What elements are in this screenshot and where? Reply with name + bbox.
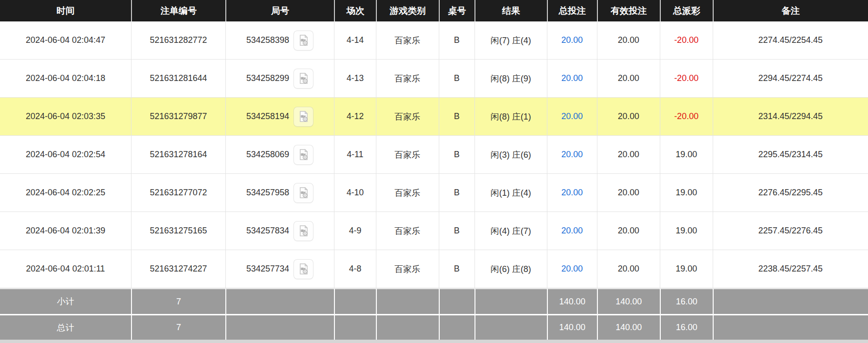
cell-payout: -20.00 (660, 60, 713, 98)
cell-table-no: B (439, 60, 474, 98)
grand-total-count: 7 (131, 314, 225, 340)
cell-session: 4-10 (334, 174, 376, 212)
cell-total-bet[interactable]: 20.00 (547, 60, 597, 98)
cell-result: 闲(7) 庄(4) (474, 21, 547, 60)
table-row[interactable]: 2024-06-04 02:01:39 521631275165 5342578… (0, 212, 868, 250)
video-file-icon (297, 72, 310, 85)
cell-remark: 2257.45/2276.45 (713, 212, 868, 250)
cell-result: 闲(1) 庄(4) (474, 174, 547, 212)
cell-time: 2024-06-04 02:02:54 (0, 136, 131, 174)
grand-total-result-empty (474, 314, 547, 340)
cell-round-no: 534258398 (225, 21, 334, 60)
cell-result: 闲(8) 庄(9) (474, 60, 547, 98)
video-file-icon (297, 34, 310, 47)
cell-total-bet[interactable]: 20.00 (547, 250, 597, 288)
video-replay-button[interactable] (293, 183, 313, 203)
cell-game-type: 百家乐 (376, 21, 439, 60)
col-header-time: 时间 (0, 0, 131, 21)
video-replay-button[interactable] (293, 30, 313, 50)
cell-remark: 2238.45/2257.45 (713, 250, 868, 288)
round-number: 534257734 (246, 264, 289, 274)
cell-session: 4-11 (334, 136, 376, 174)
cell-round-no: 534258194 (225, 98, 334, 136)
table-header-row: 时间 注单编号 局号 场次 游戏类别 桌号 结果 总投注 有效投注 总派彩 备注 (0, 0, 868, 21)
cell-result: 闲(4) 庄(7) (474, 212, 547, 250)
cell-game-type: 百家乐 (376, 250, 439, 288)
video-replay-button[interactable] (293, 221, 313, 241)
subtotal-round-empty (225, 288, 334, 314)
cell-time: 2024-06-04 02:01:11 (0, 250, 131, 288)
cell-table-no: B (439, 174, 474, 212)
cell-session: 4-8 (334, 250, 376, 288)
table-row[interactable]: 2024-06-04 02:03:35 521631279877 5342581… (0, 98, 868, 136)
table-row[interactable]: 2024-06-04 02:02:25 521631277072 5342579… (0, 174, 868, 212)
round-number: 534258299 (246, 73, 289, 83)
col-header-session: 场次 (334, 0, 376, 21)
table-row[interactable]: 2024-06-04 02:04:18 521631281644 5342582… (0, 60, 868, 98)
cell-game-type: 百家乐 (376, 136, 439, 174)
bet-records-table: 时间 注单编号 局号 场次 游戏类别 桌号 结果 总投注 有效投注 总派彩 备注… (0, 0, 868, 340)
grand-total-session-empty (334, 314, 376, 340)
cell-order-no: 521631282772 (131, 21, 225, 60)
table-footer: 小计 7 140.00 140.00 16.00 总计 7 140.00 140… (0, 288, 868, 340)
col-header-order-no: 注单编号 (131, 0, 225, 21)
cell-time: 2024-06-04 02:04:47 (0, 21, 131, 60)
cell-valid-bet: 20.00 (597, 60, 660, 98)
cell-time: 2024-06-04 02:01:39 (0, 212, 131, 250)
table-row[interactable]: 2024-06-04 02:02:54 521631278164 5342580… (0, 136, 868, 174)
cell-payout: -20.00 (660, 98, 713, 136)
cell-session: 4-9 (334, 212, 376, 250)
cell-table-no: B (439, 136, 474, 174)
cell-session: 4-12 (334, 98, 376, 136)
cell-remark: 2274.45/2254.45 (713, 21, 868, 60)
video-replay-button[interactable] (293, 145, 313, 165)
col-header-total-bet: 总投注 (547, 0, 597, 21)
cell-remark: 2295.45/2314.45 (713, 136, 868, 174)
grand-total-round-empty (225, 314, 334, 340)
cell-result: 闲(6) 庄(8) (474, 250, 547, 288)
col-header-result: 结果 (474, 0, 547, 21)
subtotal-row: 小计 7 140.00 140.00 16.00 (0, 288, 868, 314)
cell-round-no: 534257958 (225, 174, 334, 212)
subtotal-count: 7 (131, 288, 225, 314)
cell-session: 4-14 (334, 21, 376, 60)
grand-total-row: 总计 7 140.00 140.00 16.00 (0, 314, 868, 340)
cell-round-no: 534257734 (225, 250, 334, 288)
round-number: 534258194 (246, 111, 289, 121)
col-header-round-no: 局号 (225, 0, 334, 21)
video-file-icon (297, 110, 310, 123)
table-body: 2024-06-04 02:04:47 521631282772 5342583… (0, 21, 868, 288)
subtotal-label: 小计 (0, 288, 131, 314)
cell-total-bet[interactable]: 20.00 (547, 174, 597, 212)
cell-game-type: 百家乐 (376, 60, 439, 98)
cell-payout: 19.00 (660, 212, 713, 250)
cell-game-type: 百家乐 (376, 212, 439, 250)
video-replay-button[interactable] (293, 107, 313, 127)
video-file-icon (297, 186, 310, 199)
grand-total-payout: 16.00 (660, 314, 713, 340)
cell-round-no: 534257834 (225, 212, 334, 250)
subtotal-result-empty (474, 288, 547, 314)
col-header-game-type: 游戏类别 (376, 0, 439, 21)
cell-total-bet[interactable]: 20.00 (547, 136, 597, 174)
cell-total-bet[interactable]: 20.00 (547, 21, 597, 60)
cell-valid-bet: 20.00 (597, 136, 660, 174)
cell-session: 4-13 (334, 60, 376, 98)
cell-payout: 19.00 (660, 250, 713, 288)
video-replay-button[interactable] (293, 259, 313, 279)
video-replay-button[interactable] (293, 69, 313, 89)
grand-total-total-bet: 140.00 (547, 314, 597, 340)
cell-valid-bet: 20.00 (597, 212, 660, 250)
cell-total-bet[interactable]: 20.00 (547, 212, 597, 250)
table-row[interactable]: 2024-06-04 02:04:47 521631282772 5342583… (0, 21, 868, 60)
cell-game-type: 百家乐 (376, 174, 439, 212)
cell-payout: -20.00 (660, 21, 713, 60)
round-number: 534258069 (246, 150, 289, 160)
grand-total-valid-bet: 140.00 (597, 314, 660, 340)
table-row[interactable]: 2024-06-04 02:01:11 521631274227 5342577… (0, 250, 868, 288)
cell-table-no: B (439, 21, 474, 60)
cell-remark: 2294.45/2274.45 (713, 60, 868, 98)
cell-round-no: 534258069 (225, 136, 334, 174)
cell-payout: 19.00 (660, 136, 713, 174)
cell-total-bet[interactable]: 20.00 (547, 98, 597, 136)
